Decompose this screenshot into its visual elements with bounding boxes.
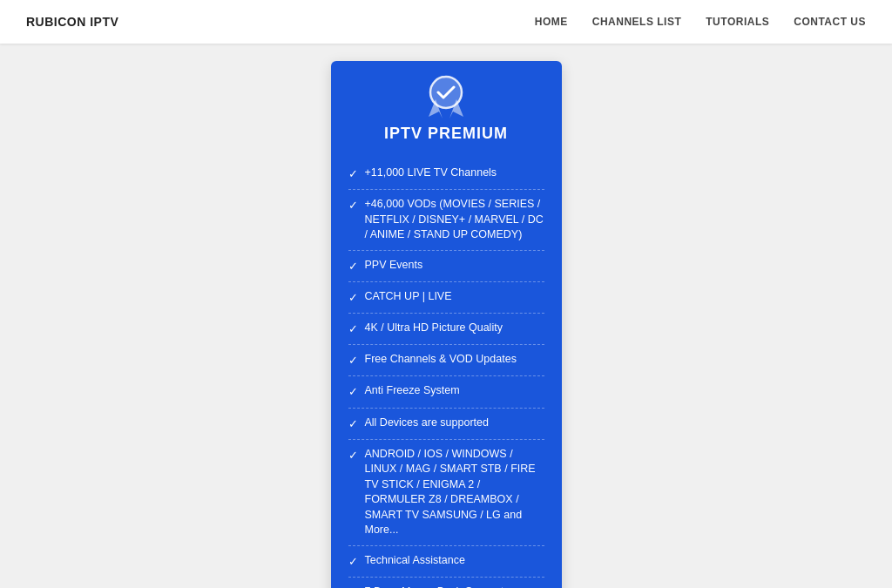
feature-item: ✓ +11,000 LIVE TV Channels [348, 159, 544, 190]
feature-text: 4K / Ultra HD Picture Quality [365, 321, 544, 336]
feature-text: Anti Freeze System [365, 383, 544, 399]
feature-item: ✓ Technical Assistance [348, 546, 544, 578]
check-icon: ✓ [348, 290, 358, 306]
feature-list: ✓ +11,000 LIVE TV Channels ✓ +46,000 VOD… [331, 159, 562, 588]
main-content: IPTV PREMIUM ✓ +11,000 LIVE TV Channels … [0, 0, 892, 588]
check-icon: ✓ [348, 554, 358, 570]
feature-text: All Devices are supported [365, 416, 544, 431]
nav-contact-us[interactable]: CONTACT US [794, 16, 866, 28]
check-icon: ✓ [348, 384, 358, 400]
check-icon: ✓ [348, 353, 358, 368]
check-icon: ✓ [348, 166, 358, 182]
badge-icon [331, 61, 562, 125]
feature-text: 7 Days Money Back Guarantee [365, 585, 544, 588]
svg-point-2 [430, 77, 462, 108]
check-icon: ✓ [348, 198, 358, 213]
feature-item: ✓ CATCH UP | LIVE [348, 282, 544, 314]
header: RUBICON IPTV HOME CHANNELS LIST TUTORIAL… [0, 0, 892, 44]
main-nav: HOME CHANNELS LIST TUTORIALS CONTACT US [535, 16, 866, 28]
check-icon: ✓ [348, 448, 358, 463]
feature-text: Free Channels & VOD Updates [365, 352, 544, 368]
feature-text: PPV Events [365, 258, 544, 274]
pricing-card: IPTV PREMIUM ✓ +11,000 LIVE TV Channels … [331, 61, 562, 588]
feature-item: ✓ Free Channels & VOD Updates [348, 345, 544, 376]
feature-item: ✓ Anti Freeze System [348, 376, 544, 408]
feature-item: ✓ +46,000 VODs (MOVIES / SERIES / NETFLI… [348, 190, 544, 251]
feature-text: CATCH UP | LIVE [365, 289, 544, 305]
nav-channels-list[interactable]: CHANNELS LIST [592, 16, 682, 28]
feature-item: ✓ PPV Events [348, 251, 544, 282]
site-logo: RUBICON IPTV [26, 15, 118, 29]
card-title: IPTV PREMIUM [331, 125, 562, 143]
feature-item: ✓ 4K / Ultra HD Picture Quality [348, 314, 544, 345]
feature-text: +11,000 LIVE TV Channels [365, 166, 544, 181]
feature-text: +46,000 VODs (MOVIES / SERIES / NETFLIX … [365, 197, 544, 243]
feature-item: ✓ 7 Days Money Back Guarantee [348, 578, 544, 588]
check-icon: ✓ [348, 321, 358, 337]
nav-tutorials[interactable]: TUTORIALS [706, 16, 769, 28]
feature-text: ANDROID / IOS / WINDOWS / LINUX / MAG / … [365, 447, 544, 538]
check-icon: ✓ [348, 259, 358, 274]
feature-item: ✓ ANDROID / IOS / WINDOWS / LINUX / MAG … [348, 440, 544, 546]
check-icon: ✓ [348, 416, 358, 432]
nav-home[interactable]: HOME [535, 16, 568, 28]
feature-text: Technical Assistance [365, 553, 544, 569]
feature-item: ✓ All Devices are supported [348, 409, 544, 440]
